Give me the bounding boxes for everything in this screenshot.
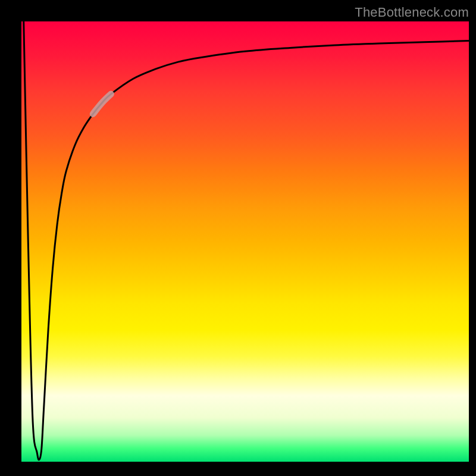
bottleneck-curve xyxy=(24,21,469,460)
watermark-text: TheBottleneck.com xyxy=(355,5,469,20)
curve-highlight-segment xyxy=(93,94,111,114)
curve-svg xyxy=(21,21,469,462)
chart-frame: TheBottleneck.com xyxy=(0,0,476,476)
